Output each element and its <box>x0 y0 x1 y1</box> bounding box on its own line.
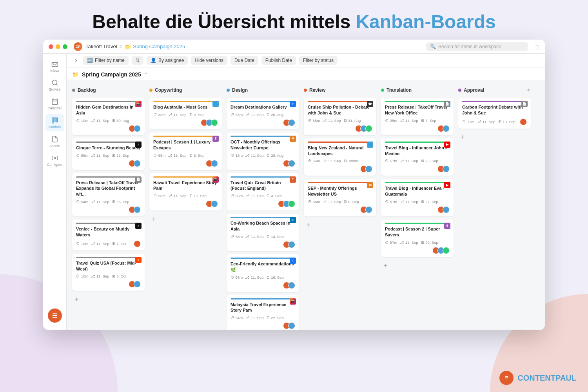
card-date: 🗓 17. Sep <box>189 194 207 198</box>
dot-red[interactable] <box>49 44 53 49</box>
filter-by-name-button[interactable]: 🔤 Filter by name <box>83 56 129 65</box>
card-avatars <box>437 125 450 132</box>
settings-button[interactable] <box>48 309 62 323</box>
card-time: ⏱ 55m <box>230 194 243 198</box>
add-card-button-review[interactable]: + <box>304 220 313 231</box>
app-window: CP Takeoff Travel > 📁 Spring Campaign 20… <box>43 40 545 330</box>
search-icon: 🔍 <box>430 44 436 49</box>
card-meta: ⏱ 11m ⎇ 11. Sep 🗓 10. Sep <box>462 118 527 125</box>
add-card-button-approval[interactable]: + <box>458 132 467 143</box>
card-meta: ⏱ 55m ⎇ 11. Sep 🗓 6. Sep <box>153 153 218 167</box>
card-title: Podcast | Season 2 | Super Savers <box>385 226 450 238</box>
card-actions: 📷 <box>135 101 142 107</box>
col-title: Review <box>309 87 325 93</box>
add-card-button-copywriting[interactable]: + <box>149 214 158 225</box>
card-avatars <box>129 281 141 288</box>
card-branch: ⎇ 11. Sep <box>399 159 418 163</box>
card-date: 🗓 26. Sep <box>112 200 129 204</box>
card-avatars <box>355 125 372 132</box>
dot-green[interactable] <box>63 44 67 49</box>
card-date: 🗓 31. Aug <box>343 118 361 123</box>
add-card-button-backlog[interactable]: + <box>72 294 81 305</box>
col-dot <box>72 89 75 92</box>
due-date-button[interactable]: Due Date <box>230 56 258 65</box>
card-date: 🗓 10. Sep <box>498 120 515 124</box>
card-actions: ♪ <box>135 223 142 229</box>
card-g3: ▶ Travel Blog - Influencer Eva - Guatema… <box>381 179 454 216</box>
card-actions: 📷 <box>212 176 219 183</box>
board-header: 📁 Spring Campaign 2025 ⌃ <box>67 67 545 80</box>
card-avatars <box>201 119 218 126</box>
sidebar-item-configure[interactable]: Configure <box>45 152 64 169</box>
card-bar <box>230 101 295 102</box>
card-title: Podcast | Season 1 | Luxury Escapes <box>153 139 218 151</box>
board-folder-icon: 📁 <box>72 71 79 78</box>
col-header-backlog: Backlog <box>72 86 145 94</box>
svg-rect-4 <box>54 118 56 121</box>
external-icon[interactable]: ⬚ <box>534 44 539 50</box>
sidebar-item-assets[interactable]: Assets <box>45 133 64 150</box>
page-title: Behalte die Übersicht mittels Kanban-Boa… <box>0 0 588 40</box>
card-bar <box>76 176 141 178</box>
card-branch: ⎇ 11. Sep <box>245 113 263 117</box>
card-title: Dream Destinations Gallery <box>230 104 295 110</box>
card-avatars <box>360 206 372 213</box>
svg-rect-2 <box>52 99 58 105</box>
card-actions: 🎙 <box>212 136 219 142</box>
card-actions: f <box>290 101 296 107</box>
card-g2: ▶ Travel Blog - Influencer John - Mexico… <box>381 138 454 176</box>
card-branch: ⎇ 11. Sep <box>399 118 418 123</box>
sidebar-label-inbox: Inbox <box>50 69 59 73</box>
card-title: Malaysia Travel Experience Story Pam <box>230 302 295 314</box>
hide-versions-button[interactable]: Hide versions <box>191 56 227 65</box>
col-title: Approval <box>464 87 484 93</box>
kanban-board: Backlog 📷 Hidden Gem Destinations in Asi… <box>67 80 545 330</box>
col-eye[interactable]: 👁 <box>526 88 531 93</box>
card-avatars <box>437 165 450 172</box>
column-approval: Approval 👁 📄 Carbon Footprint Debate wit… <box>458 86 531 324</box>
card-branch: ⎇ 11. Sep <box>322 159 341 163</box>
card-title: Cruise Ship Pollution - Debate with John… <box>308 104 372 116</box>
card-title: OCT - Monthly Offerings Newsletter Europ… <box>230 139 295 151</box>
card-bar <box>385 142 450 143</box>
card-actions: 📄 <box>444 101 450 107</box>
board-title: Spring Campaign 2025 <box>82 71 141 78</box>
col-dot <box>458 89 461 92</box>
card-bar <box>153 136 218 137</box>
card-meta: ⏱ 54m ⎇ 11. Sep 🗓 Today <box>308 159 372 172</box>
sidebar-item-calendar[interactable]: Calendar <box>45 95 64 113</box>
sidebar-item-kanban[interactable]: Kanban <box>45 114 64 131</box>
board-chevron[interactable]: ⌃ <box>144 72 148 77</box>
card-title: Venice - Beauty on Muddy Waters <box>76 226 141 238</box>
card-e3: ? Travel Quiz Great Britain (Focus: Engl… <box>227 173 299 211</box>
col-title: Copywriting <box>155 87 182 93</box>
card-d2: 🎙 Podcast | Season 1 | Luxury Escapes ⏱ … <box>149 132 222 170</box>
card-meta: ⏱ 55m ⎇ 11. Sep 🗓 31. Aug <box>308 118 372 132</box>
dot-yellow[interactable] <box>56 44 60 49</box>
card-date: 🗓 23. Sep <box>421 159 438 163</box>
card-bar <box>385 182 450 183</box>
search-bar[interactable]: 🔍 Search for items in workspace <box>426 42 528 51</box>
card-avatars <box>134 240 141 247</box>
col-title: Translation <box>387 87 412 93</box>
sidebar-item-inbox[interactable]: Inbox <box>45 58 64 75</box>
card-bar <box>76 257 141 258</box>
card-branch: ⎇ 11. Sep <box>245 234 263 239</box>
card-time: ⏱ 10m <box>76 274 88 278</box>
add-card-button-translation[interactable]: + <box>381 260 390 272</box>
card-avatars <box>432 247 450 254</box>
branding: ≡ CONTENTPAUL <box>499 371 576 385</box>
card-bar <box>308 101 372 102</box>
by-assignee-button[interactable]: 👤 By assignee <box>147 56 188 65</box>
card-time: ⏱ 10m <box>76 118 88 123</box>
publish-date-button[interactable]: Publish Date <box>261 56 296 65</box>
column-design: Design f Dream Destinations Gallery ⏱ 56… <box>227 86 299 324</box>
sidebar-item-browse[interactable]: Browse <box>45 76 64 94</box>
card-title: Hidden Gem Destinations in Asia <box>76 104 141 116</box>
filter-by-status-button[interactable]: Filter by status <box>299 56 338 65</box>
sort-icon-button[interactable]: ⇅ <box>132 56 143 65</box>
card-bar <box>308 142 372 143</box>
col-header-approval: Approval 👁 <box>458 86 531 94</box>
expand-button[interactable]: › <box>72 56 80 64</box>
card-meta: ⏱ 58m ⎇ 11. Sep 🗓 16. Sep <box>230 275 295 289</box>
